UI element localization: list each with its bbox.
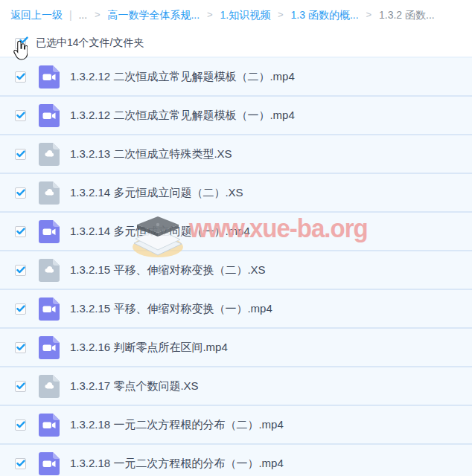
file-checkbox[interactable]	[15, 226, 26, 237]
video-file-icon	[39, 336, 60, 359]
file-checkbox[interactable]	[15, 71, 26, 83]
breadcrumb-pipe: |	[69, 9, 72, 21]
file-list: 1.3.2.12 二次恒成立常见解题模板（二）.mp4 1.3.	[0, 57, 472, 476]
document-file-icon	[39, 143, 60, 166]
file-checkbox[interactable]	[15, 187, 26, 199]
select-all-checkbox[interactable]	[15, 38, 26, 49]
video-file-icon	[39, 452, 60, 475]
check-icon	[16, 266, 25, 274]
video-file-icon	[39, 414, 60, 437]
file-name[interactable]: 1.3.2.14 多元恒成立问题（一）.mp4	[70, 225, 250, 239]
check-icon	[16, 344, 25, 351]
check-icon	[16, 112, 25, 119]
video-file-icon	[39, 65, 60, 89]
check-icon	[16, 189, 25, 196]
file-name[interactable]: 1.3.2.12 二次恒成立常见解题模板（一）.mp4	[70, 109, 295, 123]
check-icon	[16, 73, 25, 80]
video-file-icon	[39, 298, 60, 321]
breadcrumb-separator: >	[366, 9, 372, 20]
file-checkbox[interactable]	[15, 342, 26, 353]
file-checkbox[interactable]	[15, 110, 26, 121]
file-row[interactable]: 1.3.2.16 判断零点所在区间.mp4	[0, 329, 472, 367]
video-file-icon	[39, 104, 60, 127]
breadcrumb-back-link[interactable]: 返回上一级	[10, 9, 63, 21]
document-file-icon	[39, 181, 60, 205]
check-icon	[16, 421, 25, 428]
file-row[interactable]: 1.3.2.14 多元恒成立问题（二）.XS	[0, 174, 472, 213]
breadcrumb-separator: >	[207, 9, 213, 20]
file-name[interactable]: 1.3.2.15 平移、伸缩对称变换（二）.XS	[70, 263, 266, 277]
file-checkbox[interactable]	[15, 381, 26, 392]
breadcrumb-link-knowledge-videos[interactable]: 1.知识视频	[220, 9, 271, 21]
selection-header: 已选中14个文件/文件夹	[15, 36, 144, 51]
video-file-icon	[39, 220, 60, 243]
selection-count-label: 已选中14个文件/文件夹	[36, 36, 144, 50]
file-name[interactable]: 1.3.2.16 判断零点所在区间.mp4	[70, 341, 228, 355]
file-row[interactable]: 1.3.2.17 零点个数问题.XS	[0, 367, 472, 406]
breadcrumb-current-folder: 1.3.2 函数...	[379, 9, 435, 21]
file-checkbox[interactable]	[15, 265, 26, 276]
file-name[interactable]: 1.3.2.18 一元二次方程根的分布（二）.mp4	[70, 418, 284, 432]
document-file-icon	[39, 259, 60, 282]
file-row[interactable]: 1.3.2.13 二次恒成立特殊类型.XS	[0, 135, 472, 174]
file-row[interactable]: 1.3.2.14 多元恒成立问题（一）.mp4	[0, 213, 472, 251]
file-checkbox[interactable]	[15, 419, 26, 431]
breadcrumb-link-course[interactable]: 高一数学全体系规...	[107, 9, 200, 21]
breadcrumb-ellipsis[interactable]: ...	[78, 9, 87, 21]
file-name[interactable]: 1.3.2.13 二次恒成立特殊类型.XS	[70, 147, 232, 161]
file-row[interactable]: 1.3.2.15 平移、伸缩对称变换（一）.mp4	[0, 290, 472, 329]
file-checkbox[interactable]	[15, 458, 26, 469]
file-row[interactable]: 1.3.2.18 一元二次方程根的分布（二）.mp4	[0, 406, 472, 445]
file-checkbox[interactable]	[15, 149, 26, 160]
file-checkbox[interactable]	[15, 303, 26, 315]
file-name[interactable]: 1.3.2.17 零点个数问题.XS	[70, 379, 199, 393]
check-icon	[16, 150, 25, 158]
breadcrumb-link-chapter[interactable]: 1.3 函数的概...	[291, 9, 359, 21]
file-name[interactable]: 1.3.2.15 平移、伸缩对称变换（一）.mp4	[70, 302, 272, 316]
file-name[interactable]: 1.3.2.12 二次恒成立常见解题模板（二）.mp4	[70, 70, 295, 84]
file-row[interactable]: 1.3.2.15 平移、伸缩对称变换（二）.XS	[0, 251, 472, 290]
file-name[interactable]: 1.3.2.14 多元恒成立问题（二）.XS	[70, 186, 243, 200]
breadcrumb-separator: >	[278, 9, 284, 20]
check-icon	[16, 228, 25, 235]
file-row[interactable]: 1.3.2.18 一元二次方程根的分布（一）.mp4	[0, 445, 472, 476]
breadcrumb: 返回上一级 | ... > 高一数学全体系规... > 1.知识视频 > 1.3…	[10, 7, 469, 22]
breadcrumb-separator: >	[95, 9, 101, 20]
document-file-icon	[39, 375, 60, 398]
check-icon	[16, 305, 25, 312]
check-icon	[16, 382, 25, 390]
file-row[interactable]: 1.3.2.12 二次恒成立常见解题模板（一）.mp4	[0, 97, 472, 135]
file-row[interactable]: 1.3.2.12 二次恒成立常见解题模板（二）.mp4	[0, 58, 472, 97]
check-icon	[16, 460, 25, 467]
check-icon	[19, 36, 28, 44]
file-name[interactable]: 1.3.2.18 一元二次方程根的分布（一）.mp4	[70, 457, 284, 471]
